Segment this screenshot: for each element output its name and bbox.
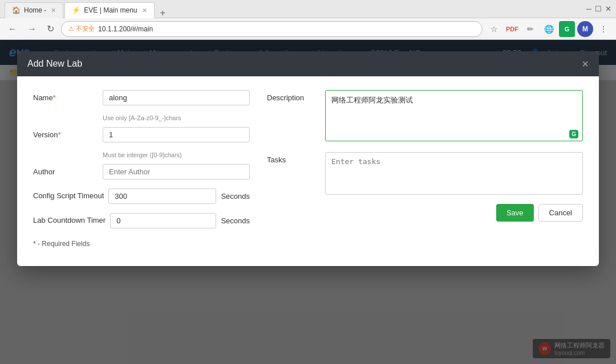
- required-note: * - Required Fields: [33, 240, 250, 252]
- address-bar[interactable]: ⚠ 不安全 10.1.1.200/#/main: [61, 21, 483, 37]
- version-row: Version*: [33, 127, 250, 142]
- description-textarea[interactable]: [325, 90, 583, 141]
- author-input[interactable]: [103, 164, 250, 179]
- countdown-label: Lab Countdown Timer: [33, 216, 106, 226]
- address-text: 10.1.1.200/#/main: [98, 25, 153, 33]
- modal-overlay: Add New Lab × Name* Use only [A-Za-z0-9_…: [0, 40, 616, 364]
- security-warning: ⚠ 不安全: [68, 24, 95, 33]
- browser-titlebar: 🏠 Home - ✕ ⚡ EVE | Main menu ✕ + ─ ☐ ✕: [0, 0, 616, 18]
- description-row: Description G: [267, 90, 583, 143]
- countdown-input[interactable]: [110, 213, 216, 228]
- tab-eve-icon: ⚡: [72, 6, 80, 14]
- description-container: G: [325, 90, 583, 143]
- modal-header: Add New Lab ×: [17, 51, 599, 76]
- edit-icon[interactable]: ✏: [522, 21, 538, 37]
- tab-home-icon: 🏠: [12, 6, 21, 14]
- grammarly-badge: G: [569, 130, 578, 138]
- tasks-label: Tasks: [267, 152, 318, 164]
- config-row: Config Script Timeout Seconds: [33, 189, 250, 204]
- add-new-lab-modal: Add New Lab × Name* Use only [A-Za-z0-9_…: [17, 51, 599, 266]
- restore-button[interactable]: ☐: [595, 5, 602, 13]
- browser-tab-home[interactable]: 🏠 Home - ✕: [5, 2, 63, 18]
- version-hint: Must be interger ([0-9]chars): [103, 152, 250, 158]
- browser-chrome: 🏠 Home - ✕ ⚡ EVE | Main menu ✕ + ─ ☐ ✕ ←…: [0, 0, 616, 40]
- author-label: Author: [33, 164, 96, 176]
- version-label: Version*: [33, 127, 96, 139]
- bookmark-icon[interactable]: ☆: [486, 21, 502, 37]
- minimize-button[interactable]: ─: [586, 5, 591, 13]
- modal-body: Name* Use only [A-Za-z0-9_-]chars Versio…: [17, 76, 599, 266]
- tasks-row: Tasks: [267, 152, 583, 195]
- config-label: Config Script Timeout: [33, 191, 104, 201]
- modal-title: Add New Lab: [27, 59, 82, 69]
- tab-eve-label: EVE | Main menu: [84, 6, 137, 14]
- form-left: Name* Use only [A-Za-z0-9_-]chars Versio…: [33, 90, 250, 252]
- new-tab-button[interactable]: +: [156, 8, 170, 18]
- countdown-row: Lab Countdown Timer Seconds: [33, 213, 250, 228]
- form-grid: Name* Use only [A-Za-z0-9_-]chars Versio…: [33, 90, 583, 252]
- tab-home-label: Home -: [24, 6, 46, 14]
- name-row: Name*: [33, 90, 250, 105]
- browser-tab-eve[interactable]: ⚡ EVE | Main menu ✕: [64, 2, 154, 18]
- tasks-textarea[interactable]: [325, 152, 583, 195]
- config-unit: Seconds: [221, 192, 250, 201]
- form-right: Description G Tasks Save Can: [267, 90, 583, 252]
- config-input[interactable]: [108, 189, 216, 204]
- browser-toolbar: ← → ↻ ⚠ 不安全 10.1.1.200/#/main ☆ PDF ✏ 🌐 …: [0, 18, 616, 40]
- author-row: Author: [33, 164, 250, 179]
- cancel-button[interactable]: Cancel: [538, 204, 583, 222]
- tab-eve-close[interactable]: ✕: [142, 7, 147, 14]
- menu-icon[interactable]: ⋮: [595, 21, 611, 37]
- name-label: Name*: [33, 90, 96, 102]
- close-window-button[interactable]: ✕: [605, 5, 611, 13]
- name-hint: Use only [A-Za-z0-9_-]chars: [103, 114, 250, 121]
- toolbar-icons: ☆ PDF ✏ 🌐 G M ⋮: [486, 21, 611, 37]
- forward-button[interactable]: →: [24, 22, 40, 36]
- modal-close-button[interactable]: ×: [582, 58, 589, 69]
- pdf-icon[interactable]: PDF: [504, 21, 520, 37]
- grammarly-icon[interactable]: G: [559, 21, 575, 37]
- version-input[interactable]: [103, 127, 250, 142]
- refresh-button[interactable]: ↻: [43, 21, 58, 36]
- countdown-unit: Seconds: [221, 216, 250, 225]
- back-button[interactable]: ←: [5, 22, 21, 36]
- browser-tabs: 🏠 Home - ✕ ⚡ EVE | Main menu ✕ +: [5, 0, 170, 18]
- name-input[interactable]: [103, 90, 250, 105]
- user-avatar-icon[interactable]: M: [577, 21, 593, 37]
- description-label: Description: [267, 90, 318, 102]
- tab-home-close[interactable]: ✕: [51, 7, 56, 14]
- action-buttons: Save Cancel: [267, 204, 583, 222]
- save-button[interactable]: Save: [496, 204, 534, 222]
- globe-icon[interactable]: 🌐: [541, 21, 557, 37]
